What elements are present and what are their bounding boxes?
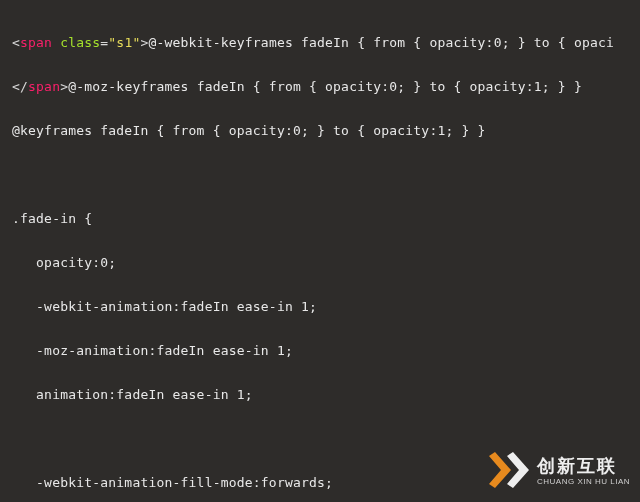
tag-name: span (20, 35, 52, 50)
code-line: <span class="s1">@-webkit-keyframes fade… (12, 32, 628, 54)
code-line: -moz-animation:fadeIn ease-in 1; (12, 340, 628, 362)
code-line: .fade-in { (12, 208, 628, 230)
tag-name: span (28, 79, 60, 94)
code-line: -webkit-animation:fadeIn ease-in 1; (12, 296, 628, 318)
blank-line (12, 164, 628, 186)
code-block: <span class="s1">@-webkit-keyframes fade… (0, 0, 640, 502)
code-text: @-webkit-keyframes fadeIn { from { opaci… (148, 35, 614, 50)
tag-open-bracket: </ (12, 79, 28, 94)
blank-line (12, 428, 628, 450)
space (52, 35, 60, 50)
code-text: @-moz-keyframes fadeIn { from { opacity:… (68, 79, 582, 94)
attr-value: "s1" (108, 35, 140, 50)
code-line: @keyframes fadeIn { from { opacity:0; } … (12, 120, 628, 142)
code-line: -webkit-animation-fill-mode:forwards; (12, 472, 628, 494)
code-line: </span>@-moz-keyframes fadeIn { from { o… (12, 76, 628, 98)
attr-name: class (60, 35, 100, 50)
code-line: animation:fadeIn ease-in 1; (12, 384, 628, 406)
code-line: opacity:0; (12, 252, 628, 274)
tag-close-bracket: > (60, 79, 68, 94)
tag-open-bracket: < (12, 35, 20, 50)
